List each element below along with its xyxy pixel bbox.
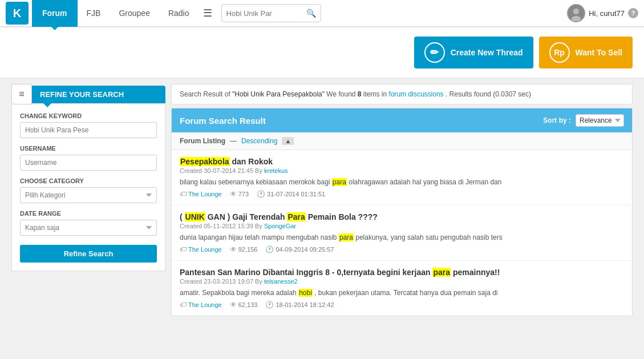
views-item-3: 👁 62,133 [230,301,258,309]
listing-sort-toggle[interactable]: ▲ [282,137,294,145]
create-thread-button[interactable]: ✏ Create New Thread [414,37,533,68]
result-title-text-1: dan Rokok [230,157,273,166]
tag-icon-3: 🏷 [180,301,187,309]
forum-nav-button[interactable]: Forum [32,0,78,27]
snippet-highlight-3: hobi [298,289,313,297]
avatar-image [568,5,584,21]
sidebar: ≡ REFINE YOUR SEARCH CHANGE KEYWORD USER… [11,84,165,271]
daterange-select[interactable]: Kapan saja Today This Week This Month [20,220,157,236]
views-item-2: 👁 92,156 [230,245,258,253]
svg-point-1 [573,9,579,14]
pencil-icon: ✏ [424,42,445,63]
category-select[interactable]: Pilih Kategori [20,187,157,203]
result-title-highlight-2a: UNIK [185,212,205,221]
search-query: "Hobi Unik Para Pesepakbola" [232,90,325,98]
nav-search-box: 🔍 [221,4,321,22]
clock-icon-2: 🕐 [265,245,274,253]
tag-label-1[interactable]: The Lounge [188,191,222,197]
results-panel: Forum Search Result Sort by : Relevance … [171,108,633,316]
username-input[interactable] [20,155,157,171]
nav-radio[interactable]: Radio [159,0,199,27]
sort-select[interactable]: Relevance Date [576,114,624,127]
tag-icon-2: 🏷 [180,245,187,253]
eye-icon-2: 👁 [230,245,237,253]
result-tags-2: 🏷 The Lounge 👁 92,156 🕐 04-09-2014 09:25… [180,245,624,253]
views-1: 773 [238,191,249,197]
create-thread-label: Create New Thread [451,48,523,57]
list-icon-button[interactable]: ≡ [11,84,32,104]
nav-fjb[interactable]: FJB [78,0,110,27]
snippet-after-3: , bukan pekerjaan utama. Tercatat hanya … [314,289,497,297]
result-created-1: Created 30-07-2014 21:45 By [180,167,264,174]
search-button[interactable]: 🔍 [302,9,321,18]
result-item-3: Pantesan San Marino Dibantai Inggris 8 -… [172,261,632,316]
sort-area: Sort by : Relevance Date [543,114,624,127]
snippet-before-3: amatir. Sepakbola bagi mereka adalah [180,289,298,297]
clock-icon-3: 🕐 [265,301,274,309]
want-to-sell-label: Want To Sell [576,48,622,57]
result-title-highlight-1: Pesepakbola [180,157,230,166]
eye-icon-3: 👁 [230,301,237,309]
search-input[interactable] [222,9,302,18]
rp-icon: Rp [549,42,570,63]
date-item-3: 🕐 18-01-2014 18:12:42 [265,301,334,309]
tag-item-3: 🏷 The Lounge [180,301,222,309]
help-icon[interactable]: ? [628,8,638,18]
user-area: Hi, curut77 ? [567,4,638,22]
nav-groupee[interactable]: Groupee [110,0,159,27]
result-meta-1: Created 30-07-2014 21:45 By kretekus [180,167,624,174]
result-created-2: Created 05-11-2012 15:39 By [180,223,264,229]
snippet-after-1: olahragawan adalah hal yang biasa di Jer… [349,178,501,186]
result-title-text-2a: ( [180,212,185,221]
avatar[interactable] [567,4,585,22]
listing-bar: Forum Listing — Descending ▲ [172,132,632,150]
date-item-2: 🕐 04-09-2014 09:25:57 [265,245,334,253]
search-suffix: items in [363,90,389,98]
refine-search-header: REFINE YOUR SEARCH [32,86,165,103]
views-3: 62,133 [238,301,258,308]
hamburger-icon[interactable]: ☰ [199,7,217,19]
logo[interactable]: K [6,2,29,25]
result-author-1[interactable]: kretekus [264,167,288,174]
sidebar-header: ≡ REFINE YOUR SEARCH [11,84,165,104]
search-middle: We found [326,90,357,98]
snippet-highlight-2: para [339,233,354,241]
result-title-text-2c: Pemain Bola ???? [308,212,378,221]
result-snippet-3: amatir. Sepakbola bagi mereka adalah hob… [180,288,624,298]
result-title-3: Pantesan San Marino Dibantai Inggris 8 -… [180,268,624,277]
eye-icon-1: 👁 [230,190,237,198]
result-title-highlight-2b: Para [287,212,305,221]
result-snippet-2: dunia lapangan hijau telah mampu menguba… [180,232,624,243]
result-author-3[interactable]: telsanesse2 [264,278,298,285]
category-label: CHOOSE CATEGORY [20,178,157,184]
last-date-3: 18-01-2014 18:12:42 [276,301,334,308]
result-author-2[interactable]: SpongeGar [264,223,296,229]
tag-label-3[interactable]: The Lounge [188,301,222,308]
clock-icon-1: 🕐 [257,190,265,198]
search-type: forum discussions [389,90,444,98]
sort-label: Sort by : [543,116,571,124]
last-date-1: 31-07-2014 01:31:51 [267,191,325,197]
listing-sep: — [230,137,237,145]
date-item-1: 🕐 31-07-2014 01:31:51 [257,190,325,198]
keyword-label: CHANGE KEYWORD [20,112,157,119]
keyword-input[interactable] [20,122,157,138]
result-item-2: ( UNIK GAN ) Gaji Terendah Para Pemain B… [172,205,632,261]
snippet-before-2: dunia lapangan hijau telah mampu menguba… [180,233,339,241]
logo-k-letter: K [13,7,21,20]
tag-item-2: 🏷 The Lounge [180,245,222,253]
refine-search-button[interactable]: Refine Search [20,245,157,263]
result-title-text-3b: pemainnya!! [453,268,500,277]
snippet-before-1: bilang kalau sebenarnya kebiasaan meroko… [180,178,332,186]
tag-item-1: 🏷 The Lounge [180,190,222,198]
views-2: 92,156 [238,246,258,253]
result-title-text-2b: GAN ) Gaji Terendah [208,212,287,221]
result-title-2: ( UNIK GAN ) Gaji Terendah Para Pemain B… [180,212,624,221]
result-tags-3: 🏷 The Lounge 👁 62,133 🕐 18-01-2014 18:12… [180,301,624,309]
tag-label-2[interactable]: The Lounge [188,246,222,253]
result-meta-3: Created 23-03-2013 19:07 By telsanesse2 [180,278,624,285]
user-name-label: Hi, curut77 [589,9,625,18]
result-snippet-1: bilang kalau sebenarnya kebiasaan meroko… [180,177,624,187]
result-created-3: Created 23-03-2013 19:07 By [180,278,264,285]
want-to-sell-button[interactable]: Rp Want To Sell [539,37,633,68]
